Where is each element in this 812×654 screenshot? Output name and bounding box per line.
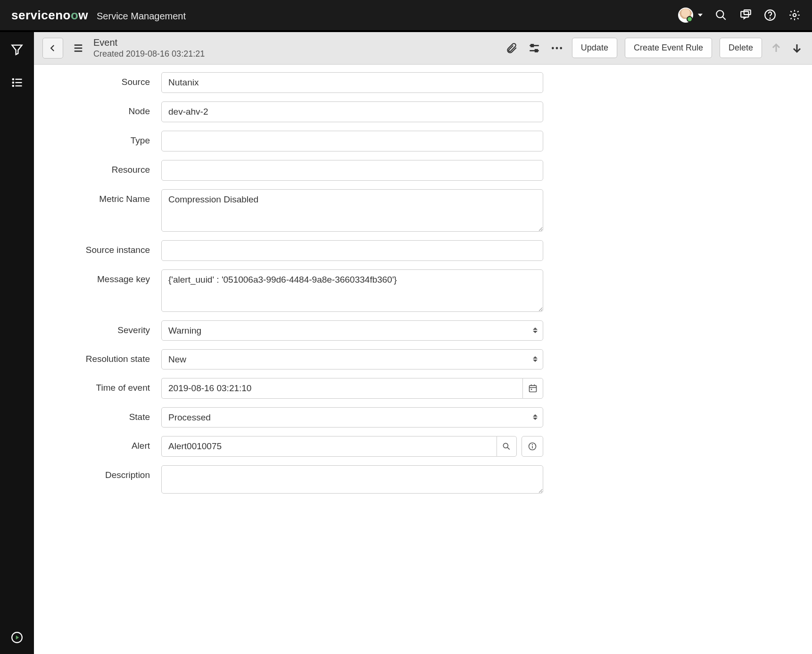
svg-rect-19 — [531, 44, 533, 46]
svg-rect-21 — [535, 50, 537, 51]
state-select[interactable]: Processed — [161, 407, 543, 428]
attachment-icon[interactable] — [504, 41, 519, 56]
back-button[interactable] — [42, 38, 63, 59]
list-icon[interactable] — [10, 75, 24, 90]
svg-marker-14 — [16, 636, 19, 640]
label-resolution-state: Resolution state — [53, 349, 161, 364]
form-scroll[interactable]: Source Node Type Resource Metric Name — [34, 65, 812, 654]
record-subtitle: Created 2019-08-16 03:21:21 — [93, 49, 205, 59]
help-icon[interactable] — [764, 9, 776, 21]
main-area: Event Created 2019-08-16 03:21:21 Update… — [0, 32, 812, 654]
delete-button[interactable]: Delete — [720, 38, 762, 58]
type-field[interactable] — [161, 131, 543, 151]
content-panel: Event Created 2019-08-16 03:21:21 Update… — [34, 32, 812, 654]
svg-point-7 — [13, 79, 14, 80]
label-message-key: Message key — [53, 269, 161, 285]
source-field[interactable] — [161, 72, 543, 93]
calendar-icon[interactable] — [522, 378, 543, 399]
filter-icon[interactable] — [10, 42, 24, 57]
label-time-of-event: Time of event — [53, 378, 161, 393]
label-alert: Alert — [53, 436, 161, 451]
svg-point-9 — [13, 82, 14, 83]
sliders-icon[interactable] — [527, 41, 542, 56]
svg-point-5 — [770, 18, 770, 18]
chat-icon[interactable] — [739, 9, 752, 21]
resolution-state-select[interactable]: New — [161, 349, 543, 369]
resource-field[interactable] — [161, 160, 543, 181]
severity-select[interactable]: Warning — [161, 320, 543, 341]
left-navigation-rail — [0, 32, 34, 654]
label-source: Source — [53, 72, 161, 87]
svg-line-1 — [722, 17, 726, 20]
label-node: Node — [53, 101, 161, 117]
svg-point-24 — [560, 47, 562, 49]
source-instance-field[interactable] — [161, 240, 543, 261]
search-icon[interactable] — [715, 9, 727, 21]
label-description: Description — [53, 465, 161, 480]
svg-point-32 — [504, 443, 508, 448]
svg-point-11 — [13, 85, 14, 86]
avatar — [678, 8, 693, 23]
label-source-instance: Source instance — [53, 240, 161, 255]
form-header-tools: Update Create Event Rule Delete — [504, 38, 804, 58]
node-field[interactable] — [161, 101, 543, 122]
record-title-block: Event Created 2019-08-16 03:21:21 — [93, 37, 205, 59]
record-type: Event — [93, 37, 205, 49]
form-header: Event Created 2019-08-16 03:21:21 Update… — [34, 32, 812, 65]
header-right — [678, 8, 801, 23]
form-body: Source Node Type Resource Metric Name — [34, 65, 562, 521]
svg-point-22 — [552, 47, 554, 49]
play-icon[interactable] — [10, 630, 24, 645]
description-field[interactable] — [161, 465, 543, 494]
svg-rect-27 — [530, 386, 537, 392]
time-of-event-field[interactable] — [161, 378, 522, 399]
more-icon[interactable] — [549, 41, 564, 56]
info-icon[interactable] — [522, 436, 543, 457]
next-record-arrow[interactable] — [790, 42, 804, 55]
svg-rect-31 — [531, 388, 532, 390]
svg-point-0 — [716, 10, 723, 17]
metric-name-field[interactable]: Compression Disabled — [161, 189, 543, 232]
message-key-field[interactable]: {'alert_uuid' : '051006a3-99d6-4484-9a8e… — [161, 269, 543, 312]
servicenow-logo: servicenoow — [11, 8, 88, 23]
create-event-rule-button[interactable]: Create Event Rule — [625, 38, 712, 58]
user-menu[interactable] — [678, 8, 703, 23]
svg-rect-3 — [744, 10, 751, 15]
label-type: Type — [53, 131, 161, 146]
label-state: State — [53, 407, 161, 422]
svg-point-6 — [793, 14, 796, 17]
previous-record-arrow[interactable] — [770, 42, 783, 55]
global-header: servicenoow Service Management — [0, 0, 812, 32]
form-menu-icon[interactable] — [70, 38, 87, 59]
label-metric-name: Metric Name — [53, 189, 161, 204]
product-name: Service Management — [97, 11, 186, 22]
alert-field[interactable] — [161, 436, 497, 457]
update-button[interactable]: Update — [572, 38, 617, 58]
svg-point-36 — [532, 444, 533, 444]
label-resource: Resource — [53, 160, 161, 175]
logo-area: servicenoow Service Management — [11, 8, 186, 23]
svg-line-33 — [507, 447, 510, 450]
lookup-icon[interactable] — [497, 436, 517, 457]
gear-icon[interactable] — [788, 9, 801, 21]
label-severity: Severity — [53, 320, 161, 335]
svg-point-23 — [555, 47, 558, 49]
chevron-down-icon — [698, 14, 703, 17]
